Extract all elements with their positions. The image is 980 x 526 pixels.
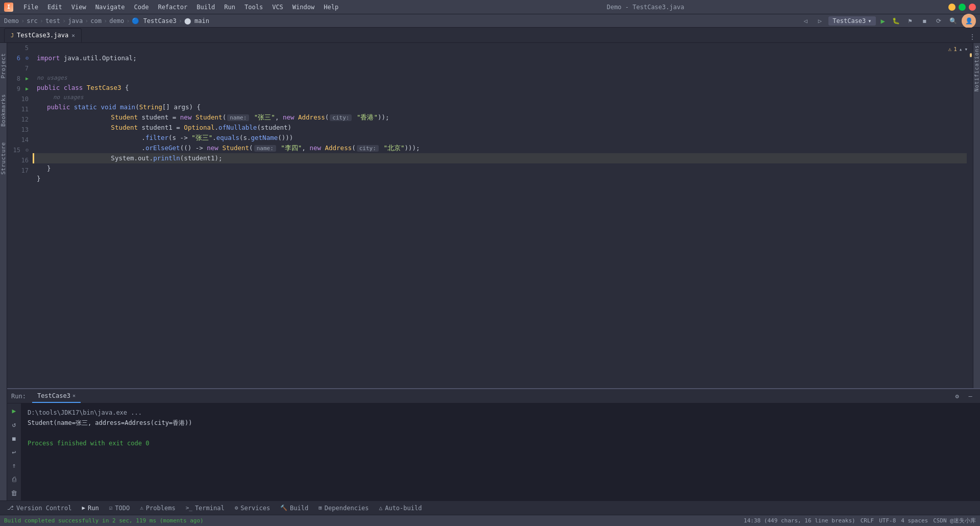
bc-main[interactable]: ⬤ main	[184, 17, 209, 25]
dock-todo[interactable]: ☑ TODO	[104, 501, 135, 515]
java-file-icon: J	[11, 33, 14, 38]
menu-bar: File Edit View Navigate Code Refactor Bu…	[19, 3, 342, 12]
console-output: D:\tools\JDK17\bin\java.exe ... Student(…	[21, 403, 980, 500]
stop-button[interactable]: ◼	[919, 15, 930, 27]
run-tab-testcase3[interactable]: TestCase3 ✕	[32, 390, 81, 403]
menu-build[interactable]: Build	[192, 3, 219, 12]
no-usages-label-9: no usages	[53, 92, 84, 103]
dock-dependencies[interactable]: ⊞ Dependencies	[313, 501, 374, 515]
line-ending[interactable]: CRLF	[861, 517, 874, 524]
warning-scroll-marker	[970, 53, 972, 57]
sync-button[interactable]: ⟳	[933, 15, 944, 27]
editor-container: 5 6⊙ 7 8▶ 9▶ 10 11 12 13 14 15⊙ 16 17	[7, 43, 980, 500]
dock-services-label: Services	[240, 505, 270, 512]
services-icon: ⚙	[235, 505, 238, 511]
user-avatar[interactable]: 👤	[962, 14, 976, 28]
dock-build-label: Build	[290, 505, 308, 512]
dock-version-control[interactable]: ⎇ Version Control	[2, 501, 77, 515]
run-button[interactable]: ▶	[879, 16, 887, 26]
status-left: Build completed successfully in 2 sec, 1…	[4, 517, 204, 524]
panel-bookmarks[interactable]: Bookmarks	[0, 94, 7, 127]
tab-testcase3[interactable]: J TestCase3.java ✕	[4, 28, 82, 42]
run-print-button[interactable]: ⎙	[9, 474, 20, 485]
run-coverage[interactable]: ⚑	[904, 15, 916, 27]
menu-run[interactable]: Run	[220, 3, 239, 12]
menu-window[interactable]: Window	[288, 3, 318, 12]
menu-tools[interactable]: Tools	[240, 3, 267, 12]
run-minimize-button[interactable]: —	[965, 391, 976, 402]
toolbar-forward[interactable]: ▷	[814, 15, 825, 27]
code-block-8: no usages public class TestCase3 {	[33, 74, 967, 93]
run-wrap-button[interactable]: ↩	[9, 447, 20, 458]
dock-terminal[interactable]: >_ Terminal	[181, 501, 230, 515]
dock-todo-label: TODO	[115, 505, 130, 512]
editor-wrapper: 5 6⊙ 7 8▶ 9▶ 10 11 12 13 14 15⊙ 16 17	[7, 43, 980, 388]
warning-indicator[interactable]: ⚠ 1 ▴ ▾	[945, 45, 971, 54]
build-status: Build completed successfully in 2 sec, 1…	[4, 517, 204, 524]
run-config-selector[interactable]: TestCase3 ▾	[828, 16, 875, 26]
dock-autobuild[interactable]: △ Auto-build	[374, 501, 427, 515]
warning-count: 1	[953, 46, 957, 53]
search-everywhere[interactable]: 🔍	[947, 15, 959, 27]
run-tab-close-icon[interactable]: ✕	[72, 393, 76, 398]
tab-close-icon[interactable]: ✕	[71, 32, 75, 39]
run-settings-button[interactable]: ⚙	[951, 391, 963, 402]
dock-services[interactable]: ⚙ Services	[230, 501, 275, 515]
dock-run[interactable]: ▶ Run	[77, 501, 104, 515]
encoding[interactable]: UTF-8	[879, 517, 896, 524]
indent-setting[interactable]: 4 spaces	[901, 517, 928, 524]
menu-file[interactable]: File	[19, 3, 42, 12]
run-clear-button[interactable]: 🗑	[9, 488, 20, 498]
breadcrumb: Demo › src › test › java › com › demo › …	[0, 14, 980, 28]
bc-java[interactable]: java	[68, 17, 83, 25]
code-editor[interactable]: import java.util.Optional; no usages pub…	[33, 43, 967, 388]
editor-area[interactable]: 5 6⊙ 7 8▶ 9▶ 10 11 12 13 14 15⊙ 16 17	[7, 43, 973, 388]
minimize-button[interactable]	[948, 4, 955, 11]
close-button[interactable]	[969, 4, 976, 11]
debug-button[interactable]: 🐛	[890, 15, 901, 27]
cursor-position[interactable]: 14:38 (449 chars, 16 line breaks)	[744, 517, 855, 524]
warning-down: ▾	[964, 46, 968, 53]
run-panel-body: ▶ ↺ ◼ ↩ ⇑ ⎙ 🗑 D:\tools\JDK17\bin\java.ex…	[7, 403, 980, 500]
code-line-17	[33, 184, 967, 194]
bc-testcase3[interactable]: 🔵 TestCase3	[132, 17, 176, 25]
title-bar: I File Edit View Navigate Code Refactor …	[0, 0, 980, 14]
status-right: 14:38 (449 chars, 16 line breaks) CRLF U…	[744, 517, 976, 524]
code-line-14: System.out.println(student1);	[33, 153, 967, 163]
run-icon: ▶	[82, 505, 85, 511]
bc-test[interactable]: test	[45, 17, 60, 25]
recent-files-button[interactable]: ⋮	[967, 31, 978, 42]
tab-label: TestCase3.java	[17, 32, 68, 39]
menu-navigate[interactable]: Navigate	[91, 3, 129, 12]
dock-build[interactable]: 🔨 Build	[275, 501, 313, 515]
menu-refactor[interactable]: Refactor	[154, 3, 191, 12]
dock-autobuild-label: Auto-build	[385, 505, 422, 512]
menu-help[interactable]: Help	[320, 3, 342, 12]
menu-view[interactable]: View	[67, 3, 90, 12]
dock-problems[interactable]: ⚠ Problems	[135, 501, 180, 515]
dock-run-label: Run	[88, 505, 99, 512]
bc-demo2[interactable]: demo	[109, 17, 124, 25]
bc-com[interactable]: com	[90, 17, 102, 25]
panel-structure[interactable]: Structure	[0, 142, 7, 175]
run-scrolltop[interactable]: ⇑	[9, 460, 20, 471]
toolbar-back[interactable]: ◁	[800, 15, 811, 27]
run-play-button[interactable]: ▶	[9, 405, 20, 416]
run-rerun-button[interactable]: ↺	[9, 419, 20, 430]
bc-demo[interactable]: Demo	[4, 17, 19, 25]
title-bar-controls	[948, 4, 976, 11]
dock-tabs: ⎇ Version Control ▶ Run ☑ TODO ⚠ Problem…	[0, 500, 980, 515]
problems-icon: ⚠	[140, 505, 143, 511]
notification-panel: Notifications	[973, 43, 980, 388]
run-stop-button[interactable]: ◼	[9, 433, 20, 444]
menu-vcs[interactable]: VCS	[268, 3, 287, 12]
run-config-name: TestCase3	[832, 17, 866, 25]
panel-project[interactable]: Project	[0, 53, 7, 79]
notification-label[interactable]: Notifications	[974, 45, 979, 91]
maximize-button[interactable]	[959, 4, 966, 11]
bc-src[interactable]: src	[27, 17, 38, 25]
menu-code[interactable]: Code	[130, 3, 153, 12]
menu-edit[interactable]: Edit	[43, 3, 66, 12]
right-scrollbar[interactable]	[967, 43, 973, 388]
title-bar-left: I File Edit View Navigate Code Refactor …	[4, 3, 342, 12]
